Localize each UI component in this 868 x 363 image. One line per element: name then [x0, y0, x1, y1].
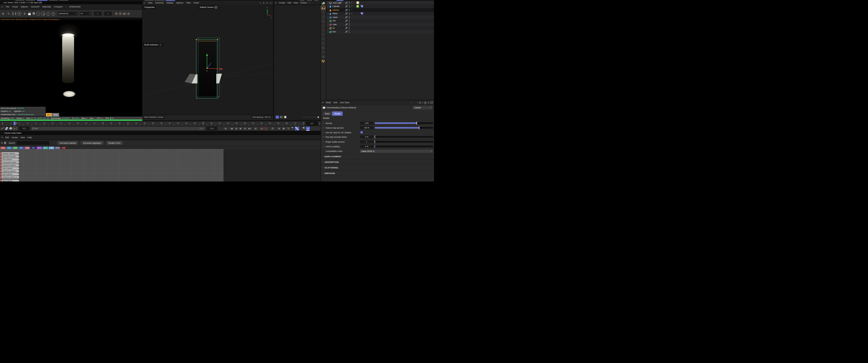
menu-icon[interactable]: ≡ [322, 101, 323, 104]
projection-label[interactable]: Perspective [143, 6, 156, 9]
timeline-frame-number[interactable]: 20 [84, 122, 88, 124]
plane-icon[interactable] [329, 12, 332, 15]
param-slider-knob[interactable] [416, 122, 417, 125]
null-icon[interactable] [329, 19, 332, 22]
edit-toggle-icon[interactable] [345, 2, 348, 4]
node-item-clipping-material[interactable]: Clipping material [0, 170, 19, 173]
area-light-icon[interactable] [329, 1, 332, 4]
menu-icon[interactable]: ≡ [1, 136, 3, 139]
up-icon[interactable]: ↑ [416, 101, 418, 104]
tab-noise[interactable]: Noise [52, 113, 59, 117]
timeline-frame-number[interactable]: 0 [0, 122, 5, 124]
object-name[interactable]: Plane [333, 12, 338, 15]
menu-item-create[interactable]: Create [279, 2, 285, 4]
lock-icon[interactable] [424, 102, 426, 104]
octane-logo-icon[interactable]: ∗ [1, 12, 5, 16]
play-range-icon[interactable]: ⇄ [13, 127, 17, 130]
param-slider[interactable] [375, 122, 433, 124]
menu-icon[interactable]: ≡ [275, 2, 277, 4]
timeline-frame-number[interactable]: 22 [92, 122, 97, 124]
rotation-key-button[interactable]: ↻ [286, 126, 290, 130]
compatibility-dropdown[interactable]: Latest (2024.1) ▼ [360, 150, 433, 153]
node-tab-c4d[interactable]: C4D [61, 147, 66, 149]
timeline-frame-number[interactable]: 46 [192, 122, 197, 124]
timeline-frame-number[interactable]: 66 [276, 122, 280, 124]
samples-field[interactable]: 1 [94, 11, 102, 16]
edit-toggle-icon[interactable] [345, 27, 348, 29]
object-row-plane[interactable]: Plane✓ [326, 12, 434, 16]
asset-browser-icon[interactable] [321, 59, 326, 63]
points-mode-icon[interactable]: ∴ [321, 10, 326, 14]
end-frame-field[interactable]: 72 F [206, 127, 217, 130]
zoom-slider[interactable] [303, 117, 318, 117]
button-get-active-tag-object[interactable]: Get active tag/object [81, 141, 104, 145]
timeline-frame-number[interactable]: 54 [226, 122, 230, 124]
add-render-icon[interactable]: + [36, 12, 40, 16]
render-view[interactable]: Out-of-core used/max: 0Kb/4Gb Grey8/16: … [0, 20, 142, 117]
null-icon[interactable] [329, 16, 332, 19]
menu-item-file[interactable]: File [6, 6, 9, 8]
camera-icon[interactable] [215, 6, 217, 8]
region-render-icon[interactable]: R [18, 12, 21, 16]
node-tab-mat[interactable]: Mat [0, 147, 6, 149]
kernel-dropdown[interactable]: PT▼ [80, 11, 92, 16]
node-tab-osl[interactable]: OSL [19, 147, 24, 149]
timeline-frame-number[interactable]: 6 [25, 122, 30, 124]
range-grip-icon[interactable] [32, 127, 34, 129]
object-row-env[interactable]: Env [326, 30, 434, 34]
node-tab-ems[interactable]: Ems [36, 147, 42, 149]
object-row-cylinder[interactable]: Cylinder✓ [326, 5, 434, 8]
button-get-active-material[interactable]: Get active material [57, 141, 79, 145]
menu-item-cameras[interactable]: Cameras [155, 2, 164, 4]
timeline-ruler[interactable]: 3 3 F ◇ 02468101214161820222426283032343… [0, 121, 320, 126]
subsamples-field[interactable]: 1 [104, 11, 112, 16]
menu-item-edit[interactable]: Edit [5, 136, 9, 139]
visibility-dots-icon[interactable] [349, 12, 350, 13]
rotate-icon[interactable]: ↻ [266, 2, 268, 4]
timeline-frame-number[interactable]: 38 [159, 122, 163, 124]
uv-points-icon[interactable]: ∷ [321, 33, 326, 36]
lock-resolution-icon[interactable] [28, 13, 31, 15]
visibility-dots-icon[interactable] [349, 31, 350, 31]
object-name[interactable]: Chr [333, 20, 336, 22]
octane-tag-icon[interactable] [361, 12, 363, 15]
node-item-standard-surface[interactable]: Standard surface [0, 155, 19, 158]
cylinder-icon[interactable] [329, 5, 332, 8]
texture-mode-icon[interactable] [321, 6, 326, 10]
timeline-frame-number[interactable]: 10 [42, 122, 46, 124]
octane-tag-icon[interactable] [361, 5, 363, 7]
timeline-frame-number[interactable]: 8 [34, 122, 38, 124]
timeline-frame-number[interactable]: 24 [101, 122, 105, 124]
menu-item-user-data[interactable]: User Data [340, 101, 349, 104]
previous-frame-button[interactable]: ◀| [234, 126, 238, 130]
object-row-lit[interactable]: Lit [326, 26, 434, 30]
timeline-frame-number[interactable]: 4 [17, 122, 22, 124]
button-render-aovs[interactable]: Render AOVs [106, 141, 123, 145]
param-value-field[interactable]: 0 % [360, 135, 373, 139]
edit-toggle-icon[interactable] [345, 12, 348, 15]
forward-icon[interactable]: → [413, 101, 415, 104]
menu-item-view[interactable]: View [293, 2, 298, 4]
object-row-asset[interactable]: Asset [326, 16, 434, 19]
object-row-cam[interactable]: Cam [326, 23, 434, 26]
menu-icon[interactable]: ≡ [1, 6, 3, 8]
focus-pick-icon[interactable]: F [46, 12, 50, 16]
timeline-frame-number[interactable]: 28 [117, 122, 122, 124]
menu-item-view[interactable]: View [148, 2, 152, 4]
target-icon[interactable]: ◎ [428, 101, 429, 104]
param-diamond-icon[interactable]: ◇ [323, 122, 324, 124]
object-row-area-light[interactable]: Area Light✓ [326, 1, 434, 5]
node-item-mix-material[interactable]: Mix material [0, 158, 19, 161]
zoom-icon[interactable]: ⇕ [263, 2, 265, 4]
menu-item-view[interactable]: View [20, 136, 25, 139]
filter-icon[interactable]: ≡ [422, 101, 423, 104]
node-tab-tex[interactable]: Tex [6, 147, 12, 149]
object-row-volume[interactable]: Volume✓ [326, 8, 434, 12]
timeline-frame-number[interactable]: 18 [76, 122, 80, 124]
enabled-check-icon[interactable]: ✓ [351, 12, 353, 14]
menu-item-objects[interactable]: Objects [21, 6, 28, 8]
tab-basic[interactable]: Basic [323, 111, 332, 116]
position-key-button[interactable]: ◈ [277, 126, 281, 130]
timeline-frame-number[interactable]: 34 [143, 122, 147, 124]
checker-sphere-icon[interactable] [5, 127, 8, 130]
